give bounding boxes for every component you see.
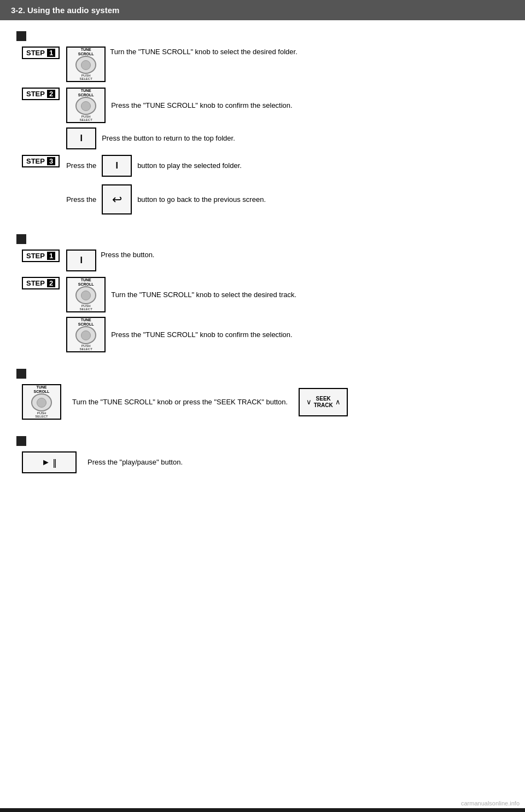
step-badge-1: STEP1 (22, 47, 60, 59)
knob-top-s2-2a: TUNESCROLL (78, 278, 94, 286)
knob-bottom-label-1: PUSHSELECT (80, 74, 92, 81)
pause-icon: ‖ (52, 457, 57, 468)
knob-bottom-s2-2b: PUSHSELECT (80, 344, 92, 351)
step-3-line-a: Press the I button to play the selected … (66, 155, 266, 177)
section-2: STEP1 I Press the button. STEP2 TUNESCRO… (16, 234, 509, 352)
step-3-text-c: Press the (66, 194, 96, 205)
watermark: carmanualsonline.info (461, 800, 520, 807)
step-s2-1-row: STEP1 I Press the button. (16, 250, 509, 271)
step-s2-2-row: STEP2 TUNESCROLL PUSHSELECT Turn the "TU… (16, 277, 509, 352)
power-btn-s3[interactable]: I (102, 155, 132, 177)
power-symbol-s2: I (80, 134, 82, 143)
knob-top-label-1: TUNESCROLL (78, 48, 94, 56)
step-2-row: STEP2 TUNESCROLL PUSHSELECT Press the "T… (16, 88, 509, 149)
seek-track-arrows: ∨ SEEKTRACK ∧ (306, 396, 341, 409)
knob-top-label-2: TUNESCROLL (78, 89, 94, 97)
step-s2-1-content: I Press the button. (66, 250, 154, 271)
knob-top-s2-2b: TUNESCROLL (78, 318, 94, 326)
knob-outer-s2-2b (75, 326, 96, 344)
section-marker-3 (16, 369, 26, 379)
section-4: ► ‖ Press the "play/pause" button. (16, 436, 509, 473)
knob-outer-2 (75, 97, 96, 114)
step-badge-2: STEP2 (22, 88, 60, 100)
step-1-row: STEP1 TUNESCROLL PUSHSELECT Turn the "TU… (16, 47, 509, 82)
tune-scroll-knob-2[interactable]: TUNESCROLL PUSHSELECT (66, 88, 106, 123)
knob-bottom-label-2: PUSHSELECT (80, 115, 92, 122)
step-s2-2-text-b: Press the "TUNE SCROLL" knob to confirm … (111, 329, 292, 340)
step-s2-num-1: 1 (47, 252, 55, 260)
knob-outer-1 (75, 56, 96, 73)
tune-scroll-knob-s3[interactable]: TUNESCROLL PUSHSELECT (22, 384, 61, 420)
step-num-1: 1 (47, 49, 55, 57)
knob-outer-s3 (31, 393, 52, 411)
seek-right-arrow: ∧ (335, 398, 341, 406)
power-symbol-s2-1: I (80, 256, 82, 265)
step-s2-num-2: 2 (47, 279, 55, 287)
step-2-content: TUNESCROLL PUSHSELECT Press the "TUNE SC… (66, 88, 292, 149)
seek-track-button[interactable]: ∨ SEEKTRACK ∧ (299, 388, 348, 416)
section-1: STEP1 TUNESCROLL PUSHSELECT Turn the "TU… (16, 31, 509, 218)
step-s2-2-text-a: Turn the "TUNE SCROLL" knob to select th… (111, 289, 296, 300)
knob-inner-1 (81, 60, 91, 70)
knob-inner-s2-2a (81, 291, 91, 300)
play-pause-button[interactable]: ► ‖ (22, 451, 77, 473)
knob-top-s3: TUNESCROLL (34, 385, 50, 393)
header-title: 3-2. Using the audio system (11, 5, 119, 15)
knob-bottom-s3: PUSHSELECT (35, 411, 48, 419)
step-3-text-a: Press the (66, 160, 96, 171)
knob-inner-s3 (37, 398, 46, 408)
knob-bottom-s2-2a: PUSHSELECT (80, 304, 92, 311)
tune-scroll-knob-s2-2a[interactable]: TUNESCROLL PUSHSELECT (66, 277, 106, 312)
step-s2-badge-1: STEP1 (22, 250, 60, 262)
knob-inner-s2-2b (81, 330, 91, 340)
back-icon-s3: ↩ (112, 193, 122, 207)
step-num-3: 3 (47, 157, 55, 165)
step-1-content: TUNESCROLL PUSHSELECT Turn the "TUNE SCR… (66, 47, 298, 82)
play-icon: ► (42, 457, 50, 467)
tune-scroll-knob-1[interactable]: TUNESCROLL PUSHSELECT (66, 47, 106, 82)
power-btn-s2-1[interactable]: I (66, 250, 96, 271)
main-content: STEP1 TUNESCROLL PUSHSELECT Turn the "TU… (0, 20, 525, 808)
step-2-text: Press the "TUNE SCROLL" knob to confirm … (111, 100, 292, 111)
seek-track-label: SEEKTRACK (314, 396, 333, 409)
step-3-row: STEP3 Press the I button to play the sel… (16, 155, 509, 218)
seek-left-arrow: ∨ (306, 398, 312, 406)
section-3-text: Turn the "TUNE SCROLL" knob or press the… (72, 397, 288, 408)
step-s2-1-text: Press the button. (101, 250, 154, 260)
section-marker-1 (16, 31, 26, 41)
step-s2-2-content: TUNESCROLL PUSHSELECT Turn the "TUNE SCR… (66, 277, 296, 352)
knob-inner-2 (81, 101, 91, 111)
header-bar: 3-2. Using the audio system (0, 0, 525, 20)
step-2-text-b: Press the button to return to the top fo… (102, 133, 235, 144)
power-btn-s2[interactable]: I (66, 127, 96, 149)
step-num-2: 2 (47, 90, 55, 98)
step-3-text-d: button to go back to the previous screen… (137, 194, 266, 205)
section-marker-2 (16, 234, 26, 244)
step-badge-3: STEP3 (22, 155, 60, 167)
section-3: TUNESCROLL PUSHSELECT Turn the "TUNE SCR… (16, 369, 509, 420)
section-4-text: Press the "play/pause" button. (88, 457, 183, 468)
power-symbol-s3: I (115, 161, 118, 171)
tune-scroll-knob-s2-2b[interactable]: TUNESCROLL PUSHSELECT (66, 317, 106, 352)
step-1-text: Turn the "TUNE SCROLL" knob to select th… (110, 47, 298, 57)
section-marker-4 (16, 436, 26, 446)
step-3-line-b: Press the ↩ button to go back to the pre… (66, 184, 266, 214)
step-3-text-b: button to play the selected folder. (137, 160, 242, 171)
step-3-content: Press the I button to play the selected … (66, 155, 266, 218)
knob-outer-s2-2a (75, 286, 96, 304)
back-btn-s3[interactable]: ↩ (102, 184, 132, 214)
step-s2-badge-2: STEP2 (22, 277, 60, 289)
